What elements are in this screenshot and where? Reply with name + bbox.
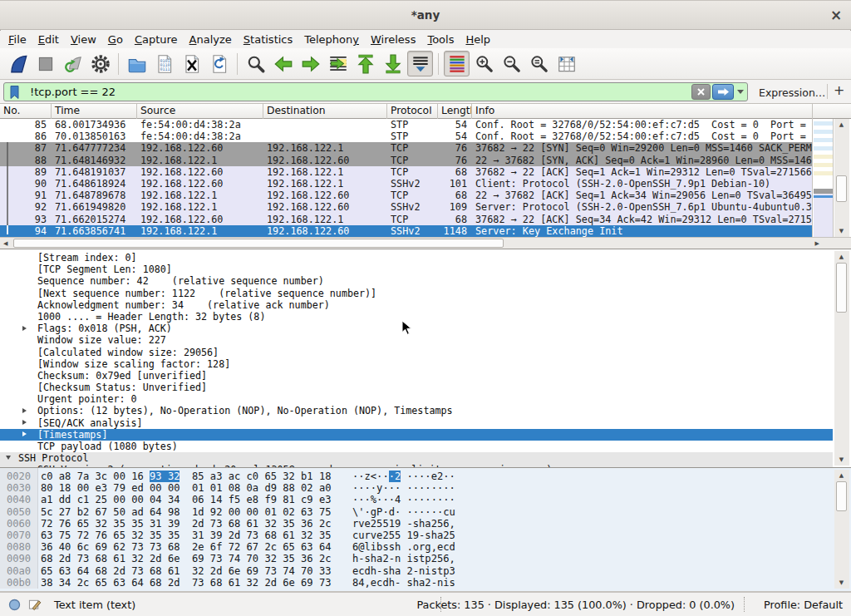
menu-file[interactable]: File xyxy=(2,32,32,47)
bytes-vscrollbar[interactable]: ▲ ▼ xyxy=(834,470,849,589)
packet-row[interactable]: 9071.648618924192.168.122.60192.168.122.… xyxy=(0,178,813,190)
detail-line[interactable]: Sequence number: 42 (relative sequence n… xyxy=(0,275,833,287)
filter-dropdown-icon[interactable] xyxy=(737,90,744,94)
hex-row[interactable]: 003080 18 00 e3 79 ed 00 00 01 01 08 0a … xyxy=(0,482,833,494)
detail-line[interactable]: [Next sequence number: 1122 (relative se… xyxy=(0,288,833,299)
collapse-icon[interactable] xyxy=(6,456,11,460)
capture-start-button[interactable] xyxy=(5,51,31,76)
menu-capture[interactable]: Capture xyxy=(129,32,184,47)
detail-line[interactable]: Options: (12 bytes), No-Operation (NOP),… xyxy=(0,405,833,416)
column-header-length[interactable]: Length xyxy=(438,104,472,119)
hex-row[interactable]: 009068 2d 73 68 61 32 2d 6e 69 73 74 70 … xyxy=(0,553,833,564)
menu-edit[interactable]: Edit xyxy=(32,32,65,47)
zoom-out-button[interactable] xyxy=(499,51,524,76)
detail-line[interactable]: [Checksum Status: Unverified] xyxy=(0,382,833,393)
packet-row[interactable]: 9471.663856741192.168.122.1192.168.122.6… xyxy=(0,225,813,237)
detail-line[interactable]: Flags: 0x018 (PSH, ACK) xyxy=(0,323,833,334)
packet-row[interactable]: 8568.001734936fe:54:00:d4:38:2aSTP54Conf… xyxy=(0,119,813,131)
expert-info-icon[interactable] xyxy=(8,599,21,614)
capture-comment-icon[interactable] xyxy=(28,598,42,614)
menu-statistics[interactable]: Statistics xyxy=(238,32,298,47)
scroll-thumb[interactable] xyxy=(13,239,504,248)
packet-list-minimap[interactable] xyxy=(812,119,834,237)
packet-list-vscrollbar[interactable]: ▲ ▼ xyxy=(834,119,849,237)
hex-row[interactable]: 006072 76 65 32 35 35 31 39 2d 73 68 61 … xyxy=(0,518,833,530)
hex-row[interactable]: 00505c 27 b2 67 50 ad 64 98 1d 92 00 00 … xyxy=(0,506,833,518)
packet-row[interactable]: 9171.648789678192.168.122.1192.168.122.6… xyxy=(0,190,813,201)
column-header-info[interactable]: Info xyxy=(472,104,813,119)
expand-icon[interactable] xyxy=(22,420,27,425)
menu-tools[interactable]: Tools xyxy=(421,32,460,47)
filter-add-button[interactable]: + xyxy=(834,82,844,98)
capture-stop-button[interactable] xyxy=(32,51,58,76)
hex-row[interactable]: 00b038 34 2c 65 63 64 68 2d 73 68 61 32 … xyxy=(0,577,833,589)
detail-line[interactable]: TCP payload (1080 bytes) xyxy=(0,441,833,452)
file-open-button[interactable] xyxy=(124,51,150,76)
zoom-in-button[interactable] xyxy=(471,51,497,76)
title-bar[interactable]: *any × xyxy=(0,0,851,30)
packet-row[interactable]: 9271.661949820192.168.122.1192.168.122.6… xyxy=(0,201,813,213)
packet-list-hscrollbar[interactable]: ◀ ▶ xyxy=(0,237,823,249)
scroll-up-icon[interactable]: ▲ xyxy=(834,121,849,128)
resize-columns-button[interactable] xyxy=(553,51,579,76)
file-close-button[interactable] xyxy=(179,51,204,76)
detail-line[interactable]: Window size value: 227 xyxy=(0,334,833,346)
detail-line[interactable]: Acknowledgment number: 34 (relative ack … xyxy=(0,299,833,311)
scroll-thumb[interactable] xyxy=(836,263,847,313)
find-packet-button[interactable] xyxy=(243,51,268,76)
zoom-original-button[interactable] xyxy=(526,51,552,76)
detail-line[interactable]: [TCP Segment Len: 1080] xyxy=(0,264,833,275)
status-profile[interactable]: Profile: Default xyxy=(764,599,843,611)
detail-line[interactable]: Checksum: 0x79ed [unverified] xyxy=(0,370,833,382)
go-to-packet-button[interactable] xyxy=(325,51,351,76)
scroll-up-icon[interactable]: ▲ xyxy=(834,472,849,479)
packet-row[interactable]: 8670.013850163fe:54:00:d4:38:2aSTP54Conf… xyxy=(0,131,813,142)
go-back-button[interactable] xyxy=(270,51,296,76)
go-last-button[interactable] xyxy=(380,51,406,76)
scroll-down-icon[interactable]: ▼ xyxy=(834,579,849,586)
details-vscrollbar[interactable]: ▲ ▼ xyxy=(834,251,849,466)
detail-line[interactable]: SSH Protocol xyxy=(0,452,833,464)
close-icon[interactable]: × xyxy=(829,7,844,22)
menu-view[interactable]: View xyxy=(65,32,102,47)
hex-row[interactable]: 0040a1 dd c1 25 00 00 04 34 06 14 f5 e8 … xyxy=(0,494,833,505)
column-header-source[interactable]: Source xyxy=(137,104,263,119)
scroll-thumb[interactable] xyxy=(836,175,847,202)
scroll-down-icon[interactable]: ▼ xyxy=(834,228,849,234)
scroll-up-icon[interactable]: ▲ xyxy=(834,254,849,260)
scroll-left-icon[interactable]: ◀ xyxy=(3,240,7,247)
display-filter-input[interactable]: !tcp.port == 22 xyxy=(3,82,748,101)
scroll-thumb[interactable] xyxy=(836,481,847,511)
go-first-button[interactable] xyxy=(352,51,378,76)
packet-row[interactable]: 8971.648191037192.168.122.60192.168.122.… xyxy=(0,166,813,178)
expand-icon[interactable] xyxy=(22,326,27,331)
auto-scroll-button[interactable] xyxy=(407,51,433,76)
packet-row[interactable]: 9371.662015274192.168.122.60192.168.122.… xyxy=(0,214,813,225)
detail-line[interactable]: [Timestamps] xyxy=(0,429,833,441)
bookmark-icon[interactable] xyxy=(4,83,26,101)
menu-wireless[interactable]: Wireless xyxy=(365,32,421,47)
scroll-down-icon[interactable]: ▼ xyxy=(834,456,849,463)
go-forward-button[interactable] xyxy=(298,51,323,76)
hex-row[interactable]: 008036 40 6c 69 62 73 73 68 2e 6f 72 67 … xyxy=(0,541,833,553)
detail-line[interactable]: [Calculated window size: 29056] xyxy=(0,347,833,358)
filter-clear-button[interactable] xyxy=(691,84,711,100)
packet-row[interactable]: 8771.647777234192.168.122.60192.168.122.… xyxy=(0,142,813,154)
detail-line[interactable]: Urgent pointer: 0 xyxy=(0,393,833,405)
column-header-no[interactable]: No. xyxy=(0,104,52,119)
hex-row[interactable]: 0020c0 a8 7a 3c 00 16 93 32 85 a3 ac c0 … xyxy=(0,471,833,482)
reload-button[interactable] xyxy=(206,51,232,76)
menu-help[interactable]: Help xyxy=(460,32,496,47)
menu-telephony[interactable]: Telephony xyxy=(298,32,365,47)
menu-analyze[interactable]: Analyze xyxy=(184,32,238,47)
capture-restart-button[interactable] xyxy=(60,51,86,76)
column-header-time[interactable]: Time xyxy=(52,104,137,119)
scroll-right-icon[interactable]: ▶ xyxy=(815,240,819,247)
colorize-button[interactable] xyxy=(444,51,470,76)
filter-apply-button[interactable] xyxy=(712,84,734,100)
expand-icon[interactable] xyxy=(22,408,27,413)
hex-row[interactable]: 00a065 63 64 68 2d 73 68 61 32 2d 6e 69 … xyxy=(0,565,833,577)
packet-row[interactable]: 8871.648146932192.168.122.1192.168.122.6… xyxy=(0,155,813,166)
detail-line[interactable]: [Stream index: 0] xyxy=(0,252,833,264)
file-save-button[interactable]: 010101100111 xyxy=(151,51,177,76)
